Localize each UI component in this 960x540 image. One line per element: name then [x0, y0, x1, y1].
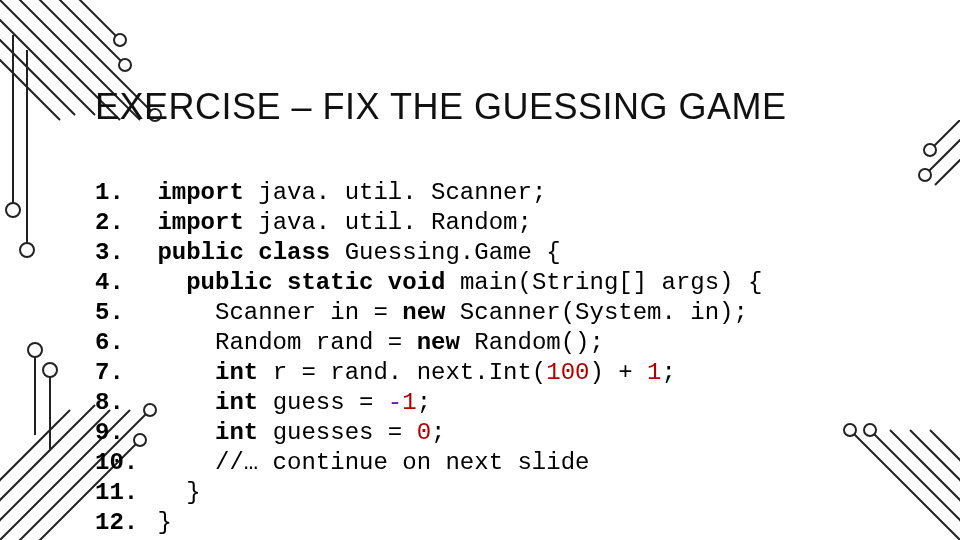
code-token: int [215, 389, 273, 416]
line-number: 12. [95, 508, 143, 538]
code-token: Random rand = [143, 329, 417, 356]
svg-point-25 [43, 363, 57, 377]
code-token: 100 [546, 359, 589, 386]
code-block: 1. import java. util. Scanner;2. import … [95, 178, 762, 538]
code-line: 4. public static void main(String[] args… [95, 268, 762, 298]
svg-point-33 [844, 424, 856, 436]
svg-line-35 [930, 120, 960, 150]
svg-line-17 [0, 410, 110, 540]
svg-point-34 [864, 424, 876, 436]
svg-line-37 [935, 150, 960, 185]
code-line: 3. public class Guessing.Game { [95, 238, 762, 268]
code-token: guess = [273, 389, 388, 416]
code-token: import [157, 209, 243, 236]
code-token: - [388, 389, 402, 416]
line-number: 10. [95, 448, 143, 478]
svg-line-5 [40, 0, 125, 65]
code-token: ; [417, 389, 431, 416]
svg-point-15 [20, 243, 34, 257]
svg-line-2 [0, 20, 75, 115]
code-token: int [215, 419, 273, 446]
svg-line-31 [910, 430, 960, 500]
code-token: java. util. Scanner; [244, 179, 546, 206]
code-token: ; [431, 419, 445, 446]
code-token: } [143, 479, 201, 506]
code-token: Guessing.Game { [345, 239, 561, 266]
code-token: int [215, 359, 273, 386]
code-token: //… continue on next slide [143, 449, 589, 476]
code-token: public class [157, 239, 344, 266]
code-token: r = rand. next.Int( [273, 359, 547, 386]
code-line: 5. Scanner in = new Scanner(System. in); [95, 298, 762, 328]
code-token: 0 [417, 419, 431, 446]
svg-point-11 [114, 34, 126, 46]
code-token [143, 419, 215, 446]
code-token: } [143, 509, 172, 536]
circuit-decoration-bottom-right [820, 420, 960, 540]
code-token: public static void [186, 269, 460, 296]
code-line: 8. int guess = -1; [95, 388, 762, 418]
code-token [143, 359, 215, 386]
svg-line-29 [870, 430, 960, 540]
code-token: ) + [590, 359, 648, 386]
slide: EXERCISE – FIX THE GUESSING GAME 1. impo… [0, 0, 960, 540]
line-number: 11. [95, 478, 143, 508]
svg-line-28 [850, 430, 960, 540]
code-line: 6. Random rand = new Random(); [95, 328, 762, 358]
code-token [143, 389, 215, 416]
svg-line-32 [930, 430, 960, 480]
line-number: 5. [95, 298, 143, 328]
code-token [143, 269, 186, 296]
circuit-decoration-top-right [900, 120, 960, 240]
code-token [143, 239, 157, 266]
line-number: 7. [95, 358, 143, 388]
code-token: Random(); [474, 329, 604, 356]
svg-line-1 [0, 0, 95, 115]
line-number: 8. [95, 388, 143, 418]
svg-line-30 [890, 430, 960, 520]
svg-point-14 [6, 203, 20, 217]
code-token: 1 [402, 389, 416, 416]
code-token: new [402, 299, 460, 326]
code-token: java. util. Random; [244, 209, 532, 236]
line-number: 4. [95, 268, 143, 298]
code-token: Scanner(System. in); [460, 299, 748, 326]
slide-title: EXERCISE – FIX THE GUESSING GAME [95, 86, 787, 128]
code-token: Scanner in = [143, 299, 402, 326]
code-line: 9. int guesses = 0; [95, 418, 762, 448]
code-token: new [417, 329, 475, 356]
svg-point-12 [119, 59, 131, 71]
code-line: 7. int r = rand. next.Int(100) + 1; [95, 358, 762, 388]
svg-point-39 [919, 169, 931, 181]
svg-point-24 [28, 343, 42, 357]
code-token [143, 179, 157, 206]
line-number: 6. [95, 328, 143, 358]
line-number: 9. [95, 418, 143, 448]
code-token: 1 [647, 359, 661, 386]
svg-line-18 [0, 405, 95, 520]
svg-line-36 [925, 130, 960, 175]
code-line: 11. } [95, 478, 762, 508]
code-token: main(String[] args) { [460, 269, 762, 296]
svg-line-7 [0, 40, 60, 120]
code-token: guesses = [273, 419, 417, 446]
svg-point-38 [924, 144, 936, 156]
code-line: 10. //… continue on next slide [95, 448, 762, 478]
code-line: 12. } [95, 508, 762, 538]
code-token [143, 209, 157, 236]
svg-line-23 [0, 410, 70, 500]
code-line: 2. import java. util. Random; [95, 208, 762, 238]
line-number: 3. [95, 238, 143, 268]
svg-line-6 [60, 0, 120, 40]
code-token: ; [662, 359, 676, 386]
code-token: import [157, 179, 243, 206]
code-line: 1. import java. util. Scanner; [95, 178, 762, 208]
line-number: 1. [95, 178, 143, 208]
line-number: 2. [95, 208, 143, 238]
